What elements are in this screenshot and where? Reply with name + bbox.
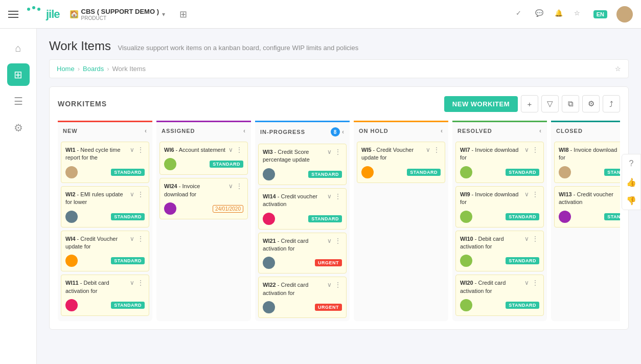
wi-more-btn[interactable]: ⋮	[531, 279, 539, 286]
wi-more-btn[interactable]: ⋮	[334, 148, 342, 155]
wi-expand-btn[interactable]: ∨	[523, 279, 530, 286]
work-item-card[interactable]: WI21 - Credit card activation for ∨ ⋮ UR…	[258, 233, 347, 274]
wi-more-btn[interactable]: ⋮	[136, 146, 145, 153]
wi-expand-btn[interactable]: ∨	[326, 193, 333, 200]
sidebar-item-boards[interactable]: ⊞	[7, 63, 30, 86]
work-item-card[interactable]: WI24 - Invoice download for ∨ ⋮ 24/01/20…	[159, 178, 248, 219]
wi-expand-btn[interactable]: ∨	[425, 146, 431, 153]
work-item-card[interactable]: WI11 - Debit card activation for ∨ ⋮ STA…	[61, 275, 149, 316]
wi-more-btn[interactable]: ⋮	[531, 146, 539, 153]
work-item-card[interactable]: WI4 - Credit Voucher update for ∨ ⋮ STAN…	[61, 231, 149, 272]
wi-expand-btn[interactable]: ∨	[523, 146, 530, 153]
wi-more-btn[interactable]: ⋮	[531, 191, 539, 198]
wi-id: WI22	[263, 282, 276, 288]
priority-badge: STANDARD	[111, 213, 145, 220]
wi-more-btn[interactable]: ⋮	[334, 281, 342, 288]
thumbs-down-icon[interactable]: 👎	[622, 191, 640, 210]
new-workitem-button[interactable]: NEW WORKITEM	[444, 96, 518, 112]
breadcrumb-star-icon[interactable]: ☆	[615, 65, 621, 73]
wi-avatar	[65, 211, 78, 223]
logo-text: jile	[46, 8, 60, 21]
wi-avatar	[559, 211, 571, 223]
wi-expand-btn[interactable]: ∨	[523, 191, 530, 198]
thumbs-up-icon[interactable]: 👍	[622, 173, 640, 191]
wi-more-btn[interactable]: ⋮	[235, 146, 243, 153]
col-header-assigned: ASSIGNED ‹	[156, 121, 251, 139]
settings-icon-button[interactable]: ⚙	[582, 95, 600, 112]
work-item-card[interactable]: WI22 - Credit card activation for ∨ ⋮ UR…	[258, 277, 347, 318]
wi-expand-btn[interactable]: ∨	[326, 148, 333, 155]
org-icon[interactable]: ⊞	[179, 9, 187, 20]
bell-icon[interactable]: 🔔	[555, 9, 565, 19]
work-item-card[interactable]: WI20 - Credit card activation for ∨ ⋮ ST…	[455, 275, 544, 316]
wi-more-btn[interactable]: ⋮	[136, 235, 145, 242]
col-label-onhold: ON HOLD	[359, 128, 388, 134]
work-item-card[interactable]: WI9 - Invoice download for ∨ ⋮ STANDARD	[455, 186, 544, 228]
wi-more-btn[interactable]: ⋮	[432, 146, 441, 153]
priority-badge: STANDARD	[308, 171, 342, 178]
col-header-onhold: ON HOLD ‹	[354, 121, 448, 139]
priority-badge: STANDARD	[210, 161, 243, 168]
wi-expand-btn[interactable]: ∨	[129, 191, 135, 198]
work-item-card[interactable]: WI14 - Credit voucher activation ∨ ⋮ STA…	[258, 188, 347, 230]
copy-icon-button[interactable]: ⧉	[562, 95, 579, 112]
lang-badge[interactable]: EN	[593, 10, 607, 18]
wi-title: WI5 - Credit Voucher update for	[361, 146, 425, 162]
wi-more-btn[interactable]: ⋮	[531, 235, 539, 242]
sidebar-item-settings[interactable]: ⚙	[7, 117, 30, 139]
wi-expand-btn[interactable]: ∨	[227, 183, 234, 190]
chart-icon-button[interactable]: ⤴	[603, 95, 620, 112]
wi-avatar	[164, 202, 176, 215]
sidebar-item-list[interactable]: ☰	[7, 90, 30, 112]
col-chevron-new[interactable]: ‹	[145, 127, 147, 134]
add-icon-button[interactable]: +	[521, 95, 538, 112]
work-item-card[interactable]: WI6 - Account statement ∨ ⋮ STANDARD	[159, 142, 248, 175]
col-chevron-assigned[interactable]: ‹	[243, 127, 246, 134]
work-item-card[interactable]: WI13 - Credit voucher activation ∨ ⋮ STA…	[554, 186, 620, 228]
wi-expand-btn[interactable]: ∨	[129, 279, 135, 286]
work-item-card[interactable]: WI10 - Debit card activation for ∨ ⋮ STA…	[455, 231, 544, 272]
wi-more-btn[interactable]: ⋮	[334, 237, 342, 244]
work-item-card[interactable]: WI1 - Need cycle time report for the ∨ ⋮…	[61, 142, 149, 183]
page-subtitle: Visualize support work items on a kanban…	[118, 44, 359, 52]
filter-icon-button[interactable]: ▽	[541, 95, 559, 112]
wi-expand-btn[interactable]: ∨	[523, 235, 530, 242]
project-name: CBS ( SUPPORT DEMO )	[81, 8, 159, 15]
star-icon[interactable]: ☆	[574, 9, 584, 19]
work-item-card[interactable]: WI2 - EMI rules update for lower ∨ ⋮ STA…	[61, 186, 149, 228]
work-item-card[interactable]: WI8 - Invoice download for ∨ ⋮ STANDARD	[554, 142, 620, 183]
col-chevron-onhold[interactable]: ‹	[441, 127, 443, 134]
sidebar-item-home[interactable]: ⌂	[7, 37, 30, 59]
wi-more-btn[interactable]: ⋮	[334, 193, 342, 200]
wi-expand-btn[interactable]: ∨	[129, 146, 135, 153]
check-icon[interactable]: ✓	[516, 9, 526, 19]
col-header-inprogress: IN-PROGRESS 8 ‹	[255, 121, 350, 141]
col-chevron-inprogress[interactable]: ‹	[342, 128, 345, 135]
project-icon: 🏠	[70, 10, 78, 18]
user-avatar[interactable]	[616, 6, 633, 22]
breadcrumb-home[interactable]: Home	[57, 65, 75, 73]
wi-expand-btn[interactable]: ∨	[227, 146, 234, 153]
project-dropdown-icon[interactable]: ▾	[162, 11, 165, 18]
chat-icon[interactable]: 💬	[535, 9, 545, 19]
wi-more-btn[interactable]: ⋮	[136, 191, 145, 198]
kanban-col-new: NEW ‹ WI1 - Need cycle time report for t…	[58, 121, 152, 321]
work-item-card[interactable]: WI3 - Credit Score percentage update ∨ ⋮…	[258, 144, 347, 185]
wi-expand-btn[interactable]: ∨	[129, 235, 135, 242]
wi-title: WI21 - Credit card activation for	[263, 237, 326, 253]
wi-id: WI9	[460, 191, 470, 197]
wi-expand-btn[interactable]: ∨	[326, 237, 333, 244]
priority-badge: STANDARD	[506, 169, 539, 176]
wi-more-btn[interactable]: ⋮	[136, 279, 145, 286]
help-icon[interactable]: ?	[622, 154, 640, 173]
wi-title: WI11 - Debit card activation for	[65, 279, 129, 295]
breadcrumb-boards[interactable]: Boards	[83, 65, 104, 73]
work-item-card[interactable]: WI5 - Credit Voucher update for ∨ ⋮ STAN…	[357, 142, 445, 183]
wi-expand-btn[interactable]: ∨	[326, 281, 333, 288]
priority-badge: STANDARD	[407, 169, 441, 176]
wi-more-btn[interactable]: ⋮	[235, 183, 243, 190]
col-chevron-resolved[interactable]: ‹	[539, 127, 542, 134]
hamburger-menu[interactable]	[8, 11, 18, 18]
work-item-card[interactable]: WI7 - Invoice download for ∨ ⋮ STANDARD	[455, 142, 544, 183]
wi-title: WI6 - Account statement	[164, 146, 227, 154]
